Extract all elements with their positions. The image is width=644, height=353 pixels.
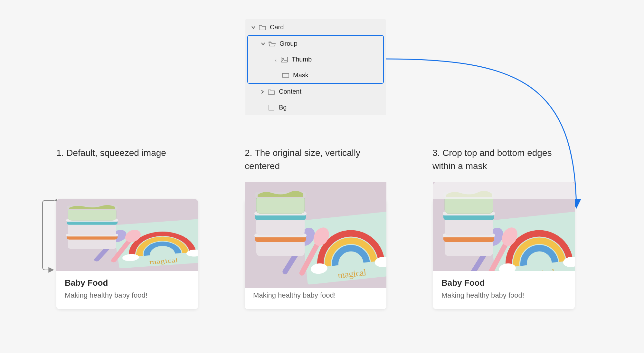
mask-overlay-top [433,182,575,199]
rectangle-icon [281,72,290,79]
card-thumb [433,199,575,271]
layer-row-thumb[interactable]: Thumb [248,52,383,67]
example-1-heading: 1. Default, squeezed image [56,147,192,160]
image-icon [280,56,289,63]
example-card-1: Baby Food Making healthy baby food! [56,199,198,309]
example-card-3: Baby Food Making healthy baby food! [433,199,575,309]
svg-rect-2 [282,73,289,77]
svg-rect-0 [281,57,288,62]
example-2-heading: 2. The original size, vertically centere… [245,147,380,173]
layer-row-mask[interactable]: Mask [248,67,383,83]
square-icon [267,104,276,111]
layer-label: Group [278,40,298,47]
layer-label: Card [268,24,284,31]
card-subtitle: Making healthy baby food! [441,291,566,300]
card-title: Baby Food [65,278,190,288]
layer-label: Mask [291,72,308,79]
chevron-down-icon[interactable] [250,24,257,31]
card-title: Baby Food [441,278,566,288]
card-thumb [245,199,386,271]
squeeze-indicator-icon [38,196,57,274]
layer-row-group[interactable]: Group [248,36,383,52]
example-card-2: Baby Food Making healthy baby food! [245,199,386,309]
chevron-down-icon[interactable] [260,40,267,47]
svg-rect-3 [269,105,274,110]
anchor-arrow-icon [273,56,279,63]
layer-row-card[interactable]: Card [245,19,386,35]
card-subtitle: Making healthy baby food! [253,291,378,300]
layer-label: Thumb [290,56,312,63]
chevron-right-icon[interactable] [259,88,266,95]
layer-label: Content [277,88,301,95]
layer-selected-group: Group Thumb Mask [247,35,384,84]
folder-icon [258,24,267,31]
layers-panel: Card Group Thumb Mask [245,19,386,115]
folder-open-icon [268,40,276,47]
svg-point-1 [282,58,284,59]
card-thumb [56,199,198,271]
folder-icon [267,88,276,95]
layer-label: Bg [277,104,287,111]
layer-row-bg[interactable]: Bg [245,100,386,115]
card-subtitle: Making healthy baby food! [65,291,190,300]
card-body: Baby Food Making healthy baby food! [433,271,575,309]
cards-row: Baby Food Making healthy baby food! Baby… [56,199,575,309]
card-body: Baby Food Making healthy baby food! [56,271,198,309]
layer-row-content[interactable]: Content [245,84,386,100]
example-3-heading: 3. Crop top and bottom edges within a ma… [432,147,568,173]
